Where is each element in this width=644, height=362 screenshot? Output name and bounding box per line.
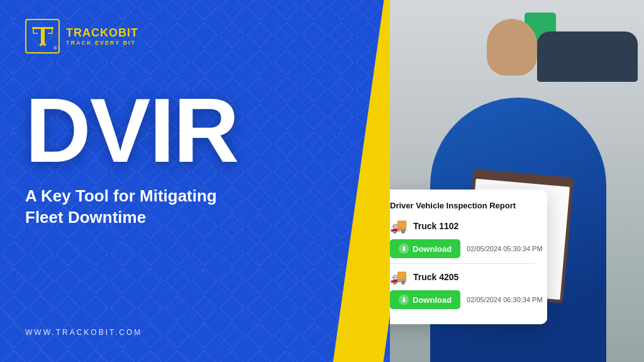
left-section: ® TRACKOBIT TRACK EVERY BIT DVIR A Key T… (0, 0, 390, 362)
hero-title: DVIR (25, 85, 365, 176)
svg-point-6 (40, 43, 42, 46)
truck-row-1: 🚚 Truck 1102 (390, 218, 535, 234)
brand-name: TRACKOBIT (66, 26, 138, 40)
download-row-1: ⬇ Download 02/05/2024 05:30:34 PM (390, 239, 535, 258)
hero-subtitle: A Key Tool for Mitigating Fleet Downtime (25, 186, 264, 229)
svg-rect-3 (41, 27, 45, 45)
download-button-2[interactable]: ⬇ Download (390, 290, 460, 309)
svg-point-7 (43, 43, 46, 46)
download-row-2: ⬇ Download 02/05/2024 06:30:34 PM (390, 290, 535, 309)
dvir-report-card: Driver Vehicle Inspection Report 🚚 Truck… (390, 189, 547, 324)
truck-name-1: Truck 1102 (413, 221, 458, 231)
logo-text: TRACKOBIT TRACK EVERY BIT (66, 26, 138, 46)
website-url: WWW.TRACKOBIT.COM (25, 328, 365, 343)
download-button-1[interactable]: ⬇ Download (390, 239, 460, 258)
download-icon-2: ⬇ (399, 295, 409, 305)
truck-icon-2: 🚚 (390, 269, 407, 285)
truck-row-2: 🚚 Truck 4205 (390, 269, 535, 285)
logo-icon: ® (25, 19, 60, 54)
timestamp-1: 02/05/2024 05:30:34 PM (467, 245, 542, 252)
right-section: Driver Vehicle Inspection Report 🚚 Truck… (390, 0, 644, 362)
registered-mark: ® (53, 45, 57, 51)
download-icon-1: ⬇ (399, 244, 409, 254)
timestamp-2: 02/05/2024 06:30:34 PM (467, 296, 542, 303)
card-title: Driver Vehicle Inspection Report (390, 201, 535, 210)
person-head (487, 19, 537, 76)
logo-area: ® TRACKOBIT TRACK EVERY BIT (25, 19, 365, 54)
page-container: ® TRACKOBIT TRACK EVERY BIT DVIR A Key T… (0, 0, 644, 362)
card-divider (390, 263, 535, 264)
brand-tagline: TRACK EVERY BIT (66, 40, 138, 46)
truck-name-2: Truck 4205 (413, 272, 458, 282)
truck-icon-1: 🚚 (390, 218, 407, 234)
